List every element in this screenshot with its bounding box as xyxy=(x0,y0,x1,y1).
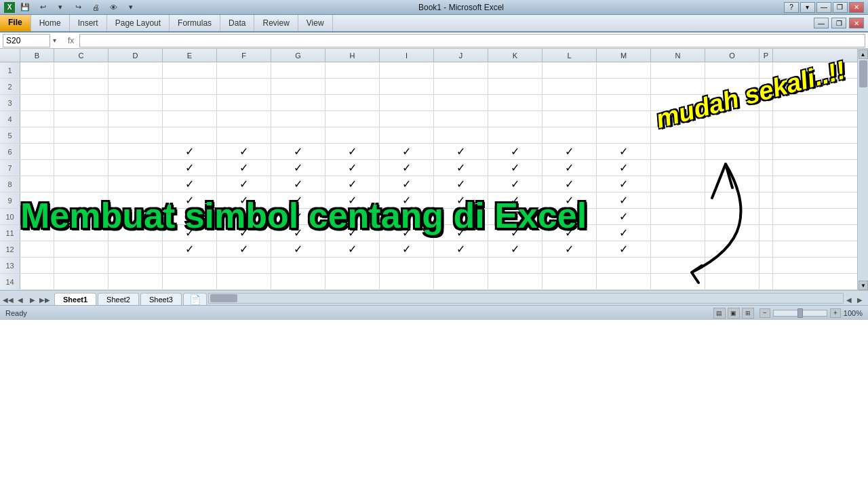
cell-m10[interactable]: ✓ xyxy=(597,209,651,224)
cell-reference-box[interactable]: S20 xyxy=(3,34,50,47)
cell-f6[interactable]: ✓ xyxy=(217,144,271,159)
page-break-view-btn[interactable]: ⊞ xyxy=(742,308,754,319)
cell-h14[interactable] xyxy=(326,274,380,289)
cell-g7[interactable]: ✓ xyxy=(271,160,326,176)
cell-h2[interactable] xyxy=(326,79,380,94)
cell-k10[interactable]: ✓ xyxy=(488,209,542,224)
cell-h1[interactable] xyxy=(326,62,380,78)
cell-d9[interactable] xyxy=(108,192,163,208)
cell-m13[interactable] xyxy=(597,258,651,273)
cell-i9[interactable]: ✓ xyxy=(380,192,434,208)
cell-k11[interactable]: ✓ xyxy=(488,225,542,241)
cell-c6[interactable] xyxy=(54,144,108,159)
cell-b14[interactable] xyxy=(20,274,54,289)
cell-k8[interactable]: ✓ xyxy=(488,176,542,192)
tab-file[interactable]: File xyxy=(0,15,31,31)
cell-g4[interactable] xyxy=(271,111,326,127)
cell-j13[interactable] xyxy=(434,258,488,273)
cell-j3[interactable] xyxy=(434,95,488,110)
cell-p12[interactable] xyxy=(760,241,773,257)
cell-j1[interactable] xyxy=(434,62,488,78)
cell-p8[interactable] xyxy=(760,176,773,192)
cell-g10[interactable]: ✓ xyxy=(271,209,326,224)
cell-m7[interactable]: ✓ xyxy=(597,160,651,176)
cell-p11[interactable] xyxy=(760,225,773,241)
cell-n14[interactable] xyxy=(651,274,705,289)
cell-h8[interactable]: ✓ xyxy=(326,176,380,192)
cell-h11[interactable]: ✓ xyxy=(326,225,380,241)
cell-e14[interactable] xyxy=(163,274,217,289)
cell-k13[interactable] xyxy=(488,258,542,273)
cell-b12[interactable] xyxy=(20,241,54,257)
cell-c13[interactable] xyxy=(54,258,108,273)
cell-o14[interactable] xyxy=(705,274,760,289)
cell-m14[interactable] xyxy=(597,274,651,289)
cell-c2[interactable] xyxy=(54,79,108,94)
cell-e2[interactable] xyxy=(163,79,217,94)
cell-i5[interactable] xyxy=(380,127,434,143)
cell-f13[interactable] xyxy=(217,258,271,273)
cell-n1[interactable] xyxy=(651,62,705,78)
cell-l4[interactable] xyxy=(542,111,597,127)
cell-e1[interactable] xyxy=(163,62,217,78)
cell-e6[interactable]: ✓ xyxy=(163,144,217,159)
app-minimize-button[interactable]: — xyxy=(814,18,829,28)
cell-j8[interactable]: ✓ xyxy=(434,176,488,192)
cell-b3[interactable] xyxy=(20,95,54,110)
cell-m8[interactable]: ✓ xyxy=(597,176,651,192)
cell-e7[interactable]: ✓ xyxy=(163,160,217,176)
cell-b8[interactable] xyxy=(20,176,54,192)
scroll-thumb[interactable] xyxy=(859,60,867,87)
cell-j10[interactable]: ✓ xyxy=(434,209,488,224)
cell-m11[interactable]: ✓ xyxy=(597,225,651,241)
col-header-h[interactable]: H xyxy=(326,49,380,62)
cell-o7[interactable] xyxy=(705,160,760,176)
cell-h13[interactable] xyxy=(326,258,380,273)
cell-e5[interactable] xyxy=(163,127,217,143)
cell-p2[interactable] xyxy=(760,79,773,94)
cell-j5[interactable] xyxy=(434,127,488,143)
cell-l12[interactable]: ✓ xyxy=(542,241,597,257)
cell-l10[interactable]: ✓ xyxy=(542,209,597,224)
cell-h3[interactable] xyxy=(326,95,380,110)
cell-i11[interactable]: ✓ xyxy=(380,225,434,241)
cell-p13[interactable] xyxy=(760,258,773,273)
tab-insert[interactable]: Insert xyxy=(70,15,107,31)
cell-d14[interactable] xyxy=(108,274,163,289)
page-layout-view-btn[interactable]: ▣ xyxy=(728,308,740,319)
save-button[interactable]: 💾 xyxy=(18,1,33,14)
cell-d5[interactable] xyxy=(108,127,163,143)
cell-k7[interactable]: ✓ xyxy=(488,160,542,176)
sheet-nav-next[interactable]: ▶ xyxy=(27,294,38,305)
cell-p14[interactable] xyxy=(760,274,773,289)
cell-k14[interactable] xyxy=(488,274,542,289)
cell-i14[interactable] xyxy=(380,274,434,289)
sheet-nav-last[interactable]: ▶▶ xyxy=(39,294,50,305)
col-header-k[interactable]: K xyxy=(488,49,542,62)
cell-k1[interactable] xyxy=(488,62,542,78)
cell-k5[interactable] xyxy=(488,127,542,143)
zoom-out-button[interactable]: − xyxy=(760,308,770,318)
cell-l6[interactable]: ✓ xyxy=(542,144,597,159)
cell-f2[interactable] xyxy=(217,79,271,94)
cell-j6[interactable]: ✓ xyxy=(434,144,488,159)
cell-l8[interactable]: ✓ xyxy=(542,176,597,192)
cell-b10[interactable] xyxy=(20,209,54,224)
cell-o4[interactable] xyxy=(705,111,760,127)
cell-p3[interactable] xyxy=(760,95,773,110)
col-header-l[interactable]: L xyxy=(542,49,597,62)
tab-review[interactable]: Review xyxy=(254,15,298,31)
col-header-f[interactable]: F xyxy=(217,49,271,62)
col-header-n[interactable]: M xyxy=(597,49,651,62)
cell-j2[interactable] xyxy=(434,79,488,94)
cell-o12[interactable] xyxy=(705,241,760,257)
cell-g11[interactable]: ✓ xyxy=(271,225,326,241)
cell-n6[interactable] xyxy=(651,144,705,159)
zoom-thumb[interactable] xyxy=(797,308,803,318)
cell-l9[interactable]: ✓ xyxy=(542,192,597,208)
cell-h9[interactable]: ✓ xyxy=(326,192,380,208)
cell-k3[interactable] xyxy=(488,95,542,110)
cell-m1[interactable] xyxy=(597,62,651,78)
cell-n8[interactable] xyxy=(651,176,705,192)
cell-m6[interactable]: ✓ xyxy=(597,144,651,159)
